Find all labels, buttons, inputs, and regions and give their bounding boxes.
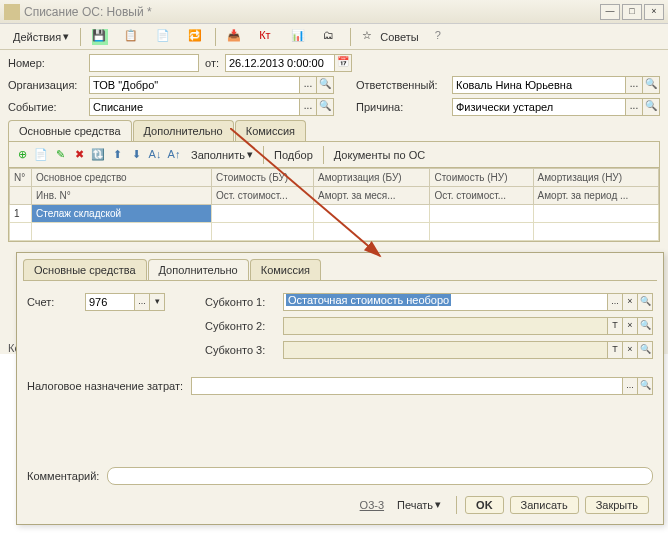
delete-row-icon[interactable]: ✖ — [70, 146, 88, 164]
tips-button[interactable]: ☆ Советы — [355, 26, 425, 48]
org-input[interactable] — [89, 76, 300, 94]
sub1-input[interactable]: Остаточная стоимость необоро — [283, 293, 608, 311]
resp-input[interactable] — [452, 76, 626, 94]
tax-input[interactable] — [191, 377, 623, 395]
event-search-icon[interactable]: 🔍 — [316, 98, 334, 116]
add-row-icon[interactable]: ⊕ — [13, 146, 31, 164]
resp-label: Ответственный: — [356, 79, 446, 91]
separator — [456, 496, 457, 514]
move-down-icon[interactable]: ⬇ — [127, 146, 145, 164]
panel-tab-commission[interactable]: Комиссия — [250, 259, 321, 280]
col-amort-nu[interactable]: Амортизация (НУ) — [533, 169, 658, 187]
sub2-search-icon[interactable]: 🔍 — [637, 317, 653, 335]
sub3-t-icon[interactable]: T — [607, 341, 623, 359]
tool-icon-4[interactable]: 📥 — [220, 26, 250, 48]
table-row[interactable] — [10, 223, 659, 241]
select-button[interactable]: Подбор — [267, 146, 320, 164]
cell-amort-bu — [314, 205, 430, 223]
tax-select-icon[interactable]: ... — [622, 377, 638, 395]
copy-row-icon[interactable]: 📄 — [32, 146, 50, 164]
sub2-input[interactable] — [283, 317, 608, 335]
save-icon[interactable]: 💾 — [85, 26, 115, 48]
dropdown-icon: ▾ — [63, 30, 69, 43]
reason-input[interactable] — [452, 98, 626, 116]
tab-commission[interactable]: Комиссия — [235, 120, 306, 141]
sub2-label: Субконто 2: — [205, 320, 275, 332]
account-label: Счет: — [27, 296, 77, 308]
col-num2[interactable] — [10, 187, 32, 205]
resp-select-icon[interactable]: ... — [625, 76, 643, 94]
org-search-icon[interactable]: 🔍 — [316, 76, 334, 94]
ok-button[interactable]: OK — [465, 496, 504, 514]
resp-search-icon[interactable]: 🔍 — [642, 76, 660, 94]
maximize-button[interactable]: □ — [622, 4, 642, 20]
sub3-input[interactable] — [283, 341, 608, 359]
sub3-clear-icon[interactable]: × — [622, 341, 638, 359]
table-row[interactable]: 1 Стелаж складской — [10, 205, 659, 223]
account-select-icon[interactable]: ... — [134, 293, 150, 311]
account-dropdown-icon[interactable]: ▾ — [149, 293, 165, 311]
refresh-icon[interactable]: 🔃 — [89, 146, 107, 164]
comment-input[interactable] — [107, 467, 653, 485]
col-amort-bu[interactable]: Амортизация (БУ) — [314, 169, 430, 187]
col-amort-m[interactable]: Аморт. за меся... — [314, 187, 430, 205]
fill-menu[interactable]: Заполнить ▾ — [184, 145, 260, 164]
close-panel-button[interactable]: Закрыть — [585, 496, 649, 514]
table-header-row2: Инв. N° Ост. стоимост... Аморт. за меся.… — [10, 187, 659, 205]
tool-icon-6[interactable]: 📊 — [284, 26, 314, 48]
col-rem-nu[interactable]: Ост. стоимост... — [430, 187, 533, 205]
table-toolbar: ⊕ 📄 ✎ ✖ 🔃 ⬆ ⬇ A↓ A↑ Заполнить ▾ Подбор Д… — [8, 142, 660, 168]
org-label: Организация: — [8, 79, 83, 91]
sort-desc-icon[interactable]: A↑ — [165, 146, 183, 164]
org-select-icon[interactable]: ... — [299, 76, 317, 94]
col-asset[interactable]: Основное средство — [32, 169, 212, 187]
event-input[interactable] — [89, 98, 300, 116]
tool-icon-7[interactable]: 🗂 — [316, 26, 346, 48]
sub1-search-icon[interactable]: 🔍 — [637, 293, 653, 311]
panel-tab-additional[interactable]: Дополнительно — [148, 259, 249, 280]
move-up-icon[interactable]: ⬆ — [108, 146, 126, 164]
close-button[interactable]: × — [644, 4, 664, 20]
help-icon[interactable]: ? — [428, 26, 458, 48]
separator — [323, 146, 324, 164]
sort-asc-icon[interactable]: A↓ — [146, 146, 164, 164]
col-inv[interactable]: Инв. N° — [32, 187, 212, 205]
sub2-t-icon[interactable]: T — [607, 317, 623, 335]
account-input[interactable] — [85, 293, 135, 311]
number-input[interactable] — [89, 54, 199, 72]
col-cost-bu[interactable]: Стоимость (БУ) — [212, 169, 314, 187]
save-button[interactable]: Записать — [510, 496, 579, 514]
tax-search-icon[interactable]: 🔍 — [637, 377, 653, 395]
reason-select-icon[interactable]: ... — [625, 98, 643, 116]
tool-icon-5[interactable]: Кт — [252, 26, 282, 48]
event-select-icon[interactable]: ... — [299, 98, 317, 116]
edit-row-icon[interactable]: ✎ — [51, 146, 69, 164]
sub3-search-icon[interactable]: 🔍 — [637, 341, 653, 359]
panel-footer: О3-3 Печать ▾ OK Записать Закрыть — [23, 491, 657, 518]
form-code-link[interactable]: О3-3 — [360, 499, 384, 511]
reason-label: Причина: — [356, 101, 446, 113]
calendar-icon[interactable]: 📅 — [334, 54, 352, 72]
assets-table: N° Основное средство Стоимость (БУ) Амор… — [8, 168, 660, 242]
sub2-clear-icon[interactable]: × — [622, 317, 638, 335]
tab-main-assets[interactable]: Основные средства — [8, 120, 132, 141]
actions-menu[interactable]: Действия ▾ — [6, 27, 76, 46]
tool-icon-3[interactable]: 🔁 — [181, 26, 211, 48]
window-title: Списание ОС: Новый * — [24, 5, 598, 19]
tool-icon-1[interactable]: 📋 — [117, 26, 147, 48]
tab-additional[interactable]: Дополнительно — [133, 120, 234, 141]
reason-search-icon[interactable]: 🔍 — [642, 98, 660, 116]
date-input[interactable] — [225, 54, 335, 72]
sub1-select-icon[interactable]: ... — [607, 293, 623, 311]
cell-cost-nu — [430, 205, 533, 223]
tool-icon-2[interactable]: 📄 — [149, 26, 179, 48]
col-rem-bu[interactable]: Ост. стоимост... — [212, 187, 314, 205]
col-num[interactable]: N° — [10, 169, 32, 187]
panel-tab-assets[interactable]: Основные средства — [23, 259, 147, 280]
docs-button[interactable]: Документы по ОС — [327, 146, 432, 164]
sub1-clear-icon[interactable]: × — [622, 293, 638, 311]
col-amort-p[interactable]: Аморт. за период ... — [533, 187, 658, 205]
print-menu[interactable]: Печать ▾ — [390, 495, 448, 514]
minimize-button[interactable]: — — [600, 4, 620, 20]
col-cost-nu[interactable]: Стоимость (НУ) — [430, 169, 533, 187]
